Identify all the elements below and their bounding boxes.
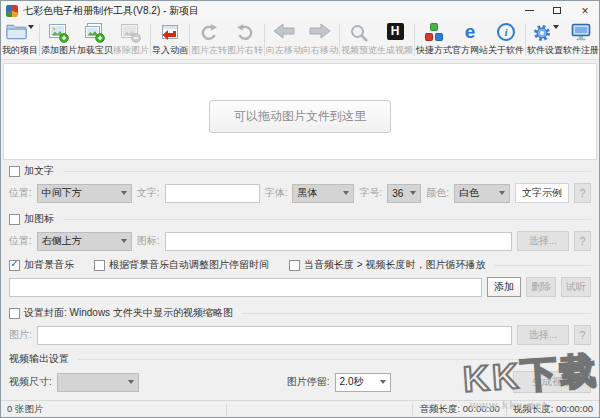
text-sample-button[interactable]: 文字示例 bbox=[515, 183, 569, 203]
loop-checkbox[interactable] bbox=[289, 260, 300, 271]
toolbar-move-right: 向右移动 bbox=[302, 21, 338, 59]
output-row: 视频尺寸: 图片停留: 2.0秒 生成视频 bbox=[1, 371, 599, 393]
video-size-select[interactable] bbox=[57, 373, 139, 392]
toolbar-label: 移除图片 bbox=[113, 44, 149, 57]
caret-icon bbox=[121, 239, 127, 243]
add-text-checkbox[interactable] bbox=[9, 166, 20, 177]
select-value: 中间下方 bbox=[42, 186, 82, 200]
toolbar-divider bbox=[39, 24, 40, 56]
music-file-input[interactable] bbox=[9, 278, 482, 297]
video-size-label: 视频尺寸: bbox=[9, 375, 52, 389]
text-input[interactable] bbox=[165, 184, 260, 203]
window-controls: × bbox=[515, 1, 599, 20]
toolbar-rotate-right: 图片右转 bbox=[227, 21, 263, 59]
text-help-button[interactable]: ? bbox=[574, 183, 591, 203]
toolbar-add-image[interactable]: 添加图片 bbox=[41, 21, 77, 59]
select-value: 黑体 bbox=[297, 186, 317, 200]
rotate-right-icon bbox=[235, 23, 255, 43]
cover-checkbox[interactable] bbox=[9, 308, 20, 319]
toolbar-label: 快捷方式 bbox=[416, 44, 452, 57]
status-video-length: 视频长度: 00:00:00 bbox=[507, 403, 599, 416]
text-position-select[interactable]: 中间下方 bbox=[37, 184, 132, 203]
toolbar-shortcut[interactable]: 快捷方式 bbox=[416, 21, 452, 59]
bg-music-title: 加背景音乐 bbox=[24, 258, 74, 272]
music-delete-button[interactable]: 删除 bbox=[526, 277, 556, 297]
group-line bbox=[242, 313, 591, 314]
add-image-icon bbox=[49, 23, 69, 43]
cover-title: 设置封面: Windows 文件夹中显示的视频缩略图 bbox=[24, 306, 233, 320]
toolbar-divider bbox=[150, 24, 151, 56]
cover-image-input[interactable] bbox=[37, 326, 512, 345]
text-label: 文字: bbox=[137, 186, 160, 200]
select-value: 右侧上方 bbox=[42, 234, 82, 248]
cover-row: 图片: 选择... ? bbox=[1, 325, 599, 345]
group-line bbox=[78, 359, 591, 360]
window-title: 七彩色电子相册制作工具(V8.2) - 新项目 bbox=[23, 4, 199, 18]
check-icon: ✓ bbox=[10, 259, 18, 269]
chevron-down-icon bbox=[28, 25, 34, 29]
remove-image-icon bbox=[121, 23, 141, 43]
auto-adjust-label: 根据背景音乐自动调整图片停留时间 bbox=[109, 258, 269, 272]
icon-select-button[interactable]: 选择... bbox=[517, 231, 569, 251]
rotate-left-icon bbox=[199, 23, 219, 43]
color-label: 颜色: bbox=[426, 186, 449, 200]
toolbar-label: 视频预览 bbox=[341, 44, 377, 57]
minimize-icon bbox=[525, 10, 534, 11]
cover-help-button[interactable]: ? bbox=[574, 325, 591, 345]
add-icon-header: 加图标 bbox=[1, 212, 599, 226]
icon-help-button[interactable]: ? bbox=[574, 231, 591, 251]
add-text-row: 位置: 中间下方 文字: 字体: 黑体 字号: 36 颜色: 白色 文字示例 ? bbox=[1, 183, 599, 203]
toolbar-divider bbox=[414, 24, 415, 56]
icon-file-input[interactable] bbox=[165, 232, 512, 251]
color-select[interactable]: 白色 bbox=[454, 184, 510, 203]
folder-icon bbox=[6, 23, 34, 43]
close-icon: × bbox=[581, 5, 588, 17]
toolbar-settings[interactable]: 软件设置 bbox=[527, 21, 563, 59]
toolbar-import-animation[interactable]: 导入动画 bbox=[152, 21, 188, 59]
toolbar-label: 图片左转 bbox=[191, 44, 227, 57]
image-drop-zone[interactable]: 可以拖动图片文件到这里 bbox=[3, 63, 597, 160]
caret-icon bbox=[410, 191, 416, 195]
chevron-down-icon bbox=[553, 25, 559, 29]
add-icon-row: 位置: 右侧上方 图标: 选择... ? bbox=[1, 231, 599, 251]
toolbar-label: 生成视频 bbox=[377, 44, 413, 57]
move-left-icon bbox=[273, 23, 295, 43]
toolbar-divider bbox=[525, 24, 526, 56]
toolbar-website[interactable]: e 官方网站 bbox=[452, 21, 488, 59]
shortcut-icon bbox=[424, 23, 444, 43]
status-bar: 0 张图片 音频长度: 00:00:00 视频长度: 00:00:00 bbox=[1, 400, 599, 418]
section-cover: 设置封面: Windows 文件夹中显示的视频缩略图 图片: 选择... ? bbox=[1, 306, 599, 345]
move-right-icon bbox=[309, 23, 331, 43]
maximize-button[interactable] bbox=[543, 1, 571, 20]
image-stay-select[interactable]: 2.0秒 bbox=[335, 373, 391, 392]
app-icon bbox=[6, 5, 18, 17]
toolbar-register[interactable]: 软件注册 bbox=[563, 21, 599, 59]
title-bar: 七彩色电子相册制作工具(V8.2) - 新项目 × bbox=[1, 1, 599, 20]
toolbar-label: 官方网站 bbox=[452, 44, 488, 57]
toolbar-divider bbox=[189, 24, 190, 56]
icon-position-select[interactable]: 右侧上方 bbox=[37, 232, 132, 251]
import-animation-icon bbox=[160, 23, 180, 43]
generate-video-icon: H bbox=[387, 23, 404, 43]
status-divider bbox=[226, 404, 227, 416]
auto-adjust-checkbox[interactable] bbox=[94, 260, 105, 271]
font-size-select[interactable]: 36 bbox=[387, 184, 421, 203]
generate-video-button[interactable]: 生成视频 bbox=[513, 371, 591, 393]
about-icon: i bbox=[497, 23, 515, 43]
toolbar-load-item[interactable]: 加载宝贝 bbox=[77, 21, 113, 59]
toolbar-remove-image: 移除图片 bbox=[113, 21, 149, 59]
toolbar-label: 向右移动 bbox=[302, 44, 338, 57]
minimize-button[interactable] bbox=[515, 1, 543, 20]
add-icon-checkbox[interactable] bbox=[9, 214, 20, 225]
image-stay-label: 图片停留: bbox=[287, 375, 330, 389]
toolbar-divider bbox=[339, 24, 340, 56]
bg-music-checkbox[interactable]: ✓ bbox=[9, 260, 20, 271]
font-select[interactable]: 黑体 bbox=[292, 184, 354, 203]
position-label: 位置: bbox=[9, 186, 32, 200]
toolbar-about[interactable]: i 关于软件 bbox=[488, 21, 524, 59]
music-listen-button[interactable]: 试听 bbox=[561, 277, 591, 297]
cover-select-button[interactable]: 选择... bbox=[517, 325, 569, 345]
music-add-button[interactable]: 添加 bbox=[487, 277, 521, 297]
toolbar-my-projects[interactable]: 我的项目 bbox=[2, 21, 38, 59]
close-button[interactable]: × bbox=[571, 1, 599, 20]
